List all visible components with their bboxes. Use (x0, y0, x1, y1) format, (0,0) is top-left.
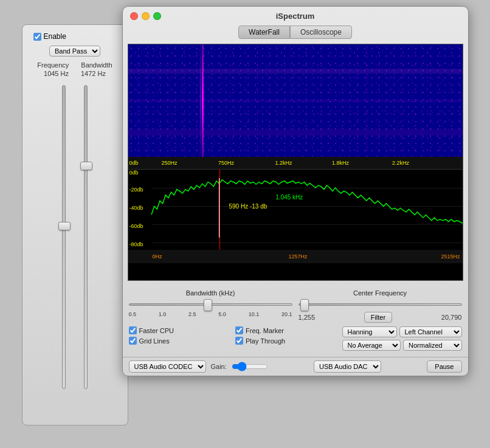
checkboxes-row: Faster CPU Grid Lines Freq. Marker Play … (129, 326, 462, 351)
bandwidth-slider-track (84, 85, 88, 389)
pause-button[interactable]: Pause (427, 360, 461, 373)
checkbox-grid-lines: Grid Lines (129, 337, 236, 345)
bottom-bar: USB Audio CODEC Gain: USB Audio DAC Paus… (123, 357, 468, 376)
frequency-slider-track (62, 85, 66, 389)
dropdown-row-2: No Average 2x Average 4x Average 8x Aver… (342, 340, 462, 351)
minimize-button[interactable] (142, 12, 150, 20)
grid-lines-label: Grid Lines (139, 337, 170, 345)
wf-band3 (128, 129, 463, 136)
bandwidth-slider-thumb[interactable] (204, 299, 212, 311)
title-bar: iSpectrum (123, 7, 468, 26)
freq-label-250: 250Hz (162, 160, 178, 166)
window-controls (130, 12, 161, 20)
annotation-1045khz: 1.045 kHz (275, 194, 303, 201)
left-panel: Enable Band Pass Frequency Bandwidth 104… (22, 24, 128, 426)
center-freq-slider-wrapper (298, 298, 462, 311)
bandwidth-slider-track (129, 303, 292, 306)
freq-label-0db: 0db (129, 160, 139, 166)
checkbox-group-right: Freq. Marker Play Through (235, 326, 342, 351)
play-through-checkbox[interactable] (235, 337, 243, 345)
bw-tick-3: 5.0 (218, 311, 226, 317)
spectrum-display: 0db 250Hz 750Hz 1.2kHz 1.8kHz 2.2kHz 0db… (128, 44, 463, 281)
bottom-freq-1257: 1257Hz (289, 253, 308, 260)
bottom-freq-axis: 0Hz 1257Hz 2515Hz (128, 250, 463, 263)
bandwidth-slider-wrapper (129, 298, 292, 311)
checkbox-play-through: Play Through (235, 337, 342, 345)
bandwidth-label: Bandwidth (81, 61, 112, 69)
bandwidth-value: 1472 Hz (81, 70, 106, 77)
frequency-slider-thumb[interactable] (58, 222, 71, 230)
wf-band2 (128, 99, 463, 102)
grid-lines-checkbox[interactable] (129, 337, 137, 345)
center-freq-label: Center Frequency (298, 289, 462, 297)
freq-marker-label: Freq. Marker (246, 327, 284, 334)
freq-label-1k2: 1.2kHz (275, 160, 292, 166)
frequency-label: Frequency (37, 61, 69, 69)
cf-row: 1,255 Filter 20,790 (298, 312, 462, 323)
cf-min-value: 1,255 (298, 314, 316, 321)
freq-axis: 0db 250Hz 750Hz 1.2kHz 1.8kHz 2.2kHz (128, 157, 463, 169)
frequency-slider-container (62, 85, 66, 418)
gain-label: Gain: (211, 363, 227, 370)
tab-oscilloscope[interactable]: Oscilloscope (290, 26, 352, 39)
checkbox-freq-marker: Freq. Marker (235, 326, 342, 334)
bw-tick-2: 2.5 (188, 311, 196, 317)
band-pass-select[interactable]: Band Pass (49, 46, 100, 57)
spectrum-area: 0db -20db -40db -60db -80db (128, 169, 463, 263)
close-button[interactable] (130, 12, 138, 20)
annotation-590hz: 590 Hz -13 db (229, 203, 267, 210)
freq-label-1k8: 1.8kHz (332, 160, 349, 166)
controls-area: Bandwidth (kHz) 0.5 1.0 2.5 5.0 10.1 20.… (123, 286, 468, 357)
tabs-row: WaterFall Oscilloscope (123, 26, 468, 39)
gain-slider[interactable] (232, 362, 268, 371)
wf-band1 (128, 69, 463, 74)
db-labels: 0db -20db -40db -60db -80db (128, 170, 151, 263)
faster-cpu-checkbox[interactable] (129, 326, 137, 334)
window-select[interactable]: Hanning Hamming Blackman Rectangular (342, 326, 397, 337)
faster-cpu-label: Faster CPU (139, 327, 174, 334)
bottom-freq-2515: 2515Hz (441, 253, 460, 260)
spectrum-grid: 590 Hz -13 db 1.045 kHz (151, 170, 463, 263)
bandwidth-slider-thumb[interactable] (80, 162, 92, 170)
db-label-40: -40db (129, 205, 143, 211)
freq-marker-checkbox[interactable] (235, 326, 243, 334)
freq-label-2k2: 2.2kHz (392, 160, 409, 166)
db-label-0: 0db (129, 170, 139, 176)
channel-select[interactable]: Left Channel Right Channel Both Channels (399, 326, 462, 337)
window-title: iSpectrum (276, 12, 315, 21)
waterfall-area (128, 44, 463, 157)
average-select[interactable]: No Average 2x Average 4x Average 8x Aver… (342, 340, 401, 351)
tab-waterfall[interactable]: WaterFall (238, 26, 290, 39)
db-label-60: -60db (129, 223, 143, 229)
center-freq-slider-thumb[interactable] (300, 299, 309, 311)
dropdown-row-1: Hanning Hamming Blackman Rectangular Lef… (342, 326, 462, 337)
cf-max-value: 20,790 (441, 314, 462, 321)
bw-tick-5: 20.1 (281, 311, 292, 317)
bw-tick-1: 1.0 (159, 311, 167, 317)
main-window: iSpectrum WaterFall Oscilloscope 0db 250… (122, 6, 469, 376)
bandwidth-slider-container (84, 85, 88, 418)
sliders-section: Bandwidth (kHz) 0.5 1.0 2.5 5.0 10.1 20.… (129, 289, 462, 323)
play-through-label: Play Through (246, 337, 285, 345)
enable-label: Enable (44, 32, 66, 41)
maximize-button[interactable] (153, 12, 161, 20)
filter-button[interactable]: Filter (364, 312, 392, 323)
bandwidth-slider-label: Bandwidth (kHz) (129, 289, 292, 297)
freq-label-750: 750Hz (218, 160, 234, 166)
normalize-select[interactable]: Normalized Raw (403, 340, 462, 351)
bandwidth-tick-labels: 0.5 1.0 2.5 5.0 10.1 20.1 (129, 311, 292, 317)
dropdowns-group: Hanning Hamming Blackman Rectangular Lef… (342, 326, 462, 351)
center-freq-slider-group: Center Frequency 1,255 Filter 20,790 (298, 289, 462, 323)
checkbox-faster-cpu: Faster CPU (129, 326, 236, 334)
checkbox-group-left: Faster CPU Grid Lines (129, 326, 236, 351)
bw-tick-0: 0.5 (129, 311, 137, 317)
db-label-80: -80db (129, 241, 143, 247)
output-device-select[interactable]: USB Audio DAC (314, 360, 381, 373)
enable-checkbox[interactable] (33, 33, 41, 41)
input-device-select[interactable]: USB Audio CODEC (129, 360, 206, 373)
frequency-value: 1045 Hz (44, 70, 69, 77)
crosshair-vertical (219, 170, 220, 263)
center-freq-slider-track (298, 303, 462, 306)
bandwidth-slider-group: Bandwidth (kHz) 0.5 1.0 2.5 5.0 10.1 20.… (129, 289, 292, 323)
bottom-freq-0hz: 0Hz (153, 253, 162, 260)
